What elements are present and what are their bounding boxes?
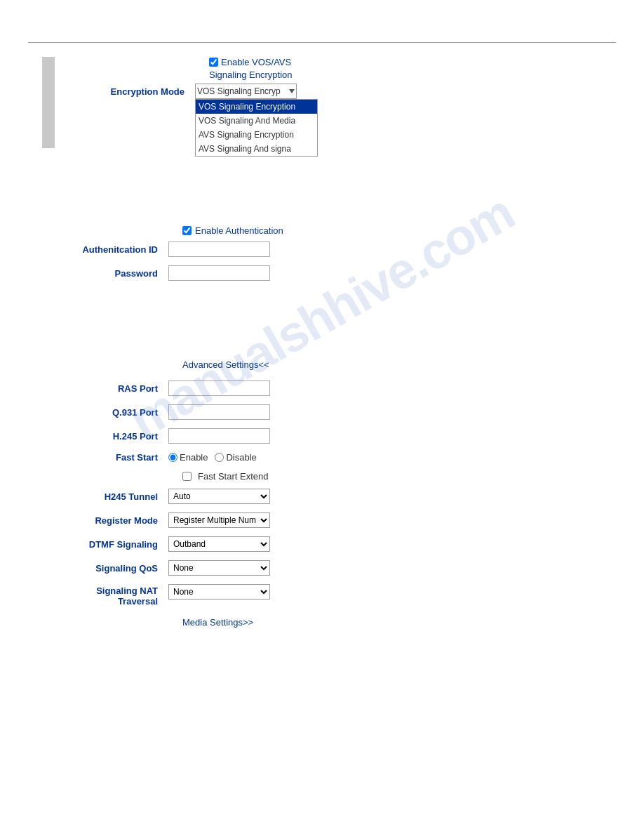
ras-port-input[interactable] (168, 380, 270, 396)
encryption-mode-row: Encryption Mode VOS Signaling Encryp VOS… (69, 84, 602, 99)
fast-start-label: Fast Start (42, 452, 168, 463)
fast-start-disable-text: Disable (226, 452, 256, 463)
signaling-encryption-label: Signaling Encryption (209, 70, 602, 80)
page-container: manualshhive.com Enable VOS/AVS Signalin… (0, 42, 644, 834)
enable-auth-label: Enable Authentication (195, 225, 283, 236)
fast-start-enable-radio[interactable] (168, 453, 177, 462)
h245-tunnel-label: H245 Tunnel (42, 491, 168, 502)
signaling-nat-row: Signaling NAT Traversal None STUN TURN (42, 584, 602, 607)
signaling-qos-label: Signaling QoS (42, 563, 168, 574)
encryption-section-content: Enable VOS/AVS Signaling Encryption Encr… (62, 57, 602, 148)
signaling-qos-row: Signaling QoS None Low Medium High (42, 560, 602, 576)
enable-auth-checkbox[interactable] (182, 226, 192, 235)
fast-start-extend-row: Fast Start Extend (182, 471, 602, 482)
encryption-mode-label: Encryption Mode (69, 86, 195, 97)
register-mode-label: Register Mode (42, 515, 168, 526)
content-area: Enable VOS/AVS Signaling Encryption Encr… (0, 43, 644, 642)
encryption-option-vos-sig-media[interactable]: VOS Signaling And Media (196, 114, 317, 128)
fast-start-extend-checkbox[interactable] (182, 472, 192, 481)
fast-start-disable-radio[interactable] (215, 453, 224, 462)
signaling-nat-select[interactable]: None STUN TURN (168, 584, 270, 600)
advanced-settings-row: Advanced Settings<< (182, 359, 602, 370)
fast-start-disable-label[interactable]: Disable (215, 452, 256, 463)
signaling-qos-select[interactable]: None Low Medium High (168, 560, 270, 576)
media-settings-link[interactable]: Media Settings>> (182, 617, 253, 628)
password-row: Password (42, 265, 602, 281)
fast-start-radio-group: Enable Disable (168, 452, 257, 463)
advanced-settings-link[interactable]: Advanced Settings<< (182, 359, 269, 370)
h245-port-row: H.245 Port (42, 428, 602, 444)
encryption-section: Enable VOS/AVS Signaling Encryption Encr… (42, 57, 602, 148)
enable-vos-checkbox[interactable] (209, 58, 218, 67)
dtmf-row: DTMF Signaling Outband Inband RFC2833 (42, 536, 602, 552)
authentication-section: Enable Authentication Authenitcation ID … (42, 225, 602, 281)
dropdown-arrow-icon (289, 89, 295, 93)
fast-start-extend-label: Fast Start Extend (198, 471, 268, 482)
encryption-mode-dropdown-container: VOS Signaling Encryp VOS Signaling Encry… (195, 84, 297, 99)
h245-port-input[interactable] (168, 428, 270, 444)
password-label: Password (42, 268, 168, 279)
encryption-mode-value: VOS Signaling Encryp (197, 86, 281, 96)
ras-port-label: RAS Port (42, 383, 168, 394)
enable-vos-row: Enable VOS/AVS (209, 57, 602, 67)
encryption-option-avs-sig-media[interactable]: AVS Signaling And signa (196, 142, 317, 156)
q931-port-label: Q.931 Port (42, 407, 168, 418)
h245-port-label: H.245 Port (42, 431, 168, 442)
enable-vos-block: Enable VOS/AVS Signaling Encryption (209, 57, 602, 80)
h245-tunnel-row: H245 Tunnel Auto Enable Disable (42, 489, 602, 504)
register-mode-select[interactable]: Register Multiple Num Register Single Nu… (168, 512, 270, 528)
fast-start-enable-text: Enable (180, 452, 208, 463)
encryption-option-vos-sig[interactable]: VOS Signaling Encryption (196, 100, 317, 114)
q931-port-row: Q.931 Port (42, 404, 602, 420)
fast-start-row: Fast Start Enable Disable (42, 452, 602, 463)
enable-vos-label: Enable VOS/AVS (221, 57, 291, 67)
password-input[interactable] (168, 265, 270, 281)
spacer-1 (42, 169, 602, 225)
auth-id-input[interactable] (168, 241, 270, 257)
encryption-mode-list: VOS Signaling Encryption VOS Signaling A… (195, 99, 318, 157)
q931-port-input[interactable] (168, 404, 270, 420)
ras-port-row: RAS Port (42, 380, 602, 396)
section-bar (42, 57, 55, 148)
signaling-nat-label: Signaling NAT Traversal (42, 584, 168, 607)
fast-start-enable-label[interactable]: Enable (168, 452, 208, 463)
auth-id-label: Authenitcation ID (42, 244, 168, 255)
h245-tunnel-select[interactable]: Auto Enable Disable (168, 489, 270, 504)
encryption-mode-shown[interactable]: VOS Signaling Encryp (195, 84, 297, 99)
dtmf-label: DTMF Signaling (42, 539, 168, 550)
dtmf-select[interactable]: Outband Inband RFC2833 (168, 536, 270, 552)
auth-id-row: Authenitcation ID (42, 241, 602, 257)
register-mode-row: Register Mode Register Multiple Num Regi… (42, 512, 602, 528)
enable-auth-row: Enable Authentication (182, 225, 602, 236)
encryption-option-avs-sig[interactable]: AVS Signaling Encryption (196, 128, 317, 142)
media-settings-row: Media Settings>> (182, 617, 602, 628)
spacer-2 (42, 289, 602, 359)
